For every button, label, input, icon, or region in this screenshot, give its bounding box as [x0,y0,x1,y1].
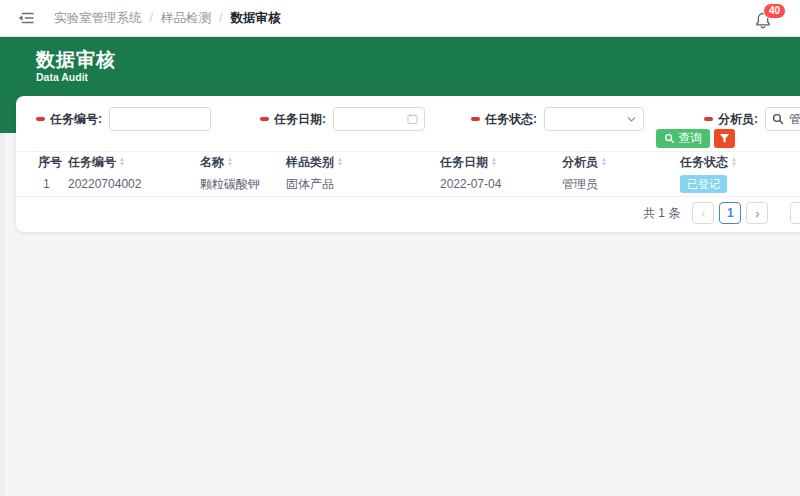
pagination: 共 1 条 ‹ 1 › 10 [643,202,800,224]
cell-index: 1 [43,172,50,196]
breadcrumb-separator: / [219,11,222,25]
col-index: 序号 [38,152,62,173]
task-status-select[interactable] [544,107,644,131]
breadcrumb-system[interactable]: 实验室管理系统 [54,10,142,27]
query-button[interactable]: 查询 [656,129,710,148]
content-card: 任务编号: 任务日期: 任务状态: [16,96,800,232]
filter-label: 任务状态: [485,111,537,128]
task-date-input[interactable] [333,107,425,131]
cell-sample-category: 固体产品 [286,172,334,196]
status-badge: 已登记 [680,175,727,193]
cell-name: 颗粒碳酸钾 [200,172,260,196]
sort-icon[interactable]: ▲▼ [337,157,343,167]
pagination-page-1[interactable]: 1 [719,202,741,224]
filter-task-date: 任务日期: [260,106,425,132]
filter-label: 任务日期: [274,111,326,128]
left-edge-strip [0,133,5,496]
col-task-number[interactable]: 任务编号▲▼ [68,152,125,173]
filter-button[interactable] [714,129,735,148]
breadcrumb-sample-testing[interactable]: 样品检测 [161,10,211,27]
filter-task-number: 任务编号: [36,106,211,132]
col-name[interactable]: 名称▲▼ [200,152,233,173]
cell-task-date: 2022-07-04 [440,172,501,196]
table-header: 序号 任务编号▲▼ 名称▲▼ 样品类别▲▼ 任务日期▲▼ 分析员▲▼ 任务状态▲… [16,151,800,172]
cell-analyst: 管理员 [562,172,598,196]
notification-count-badge: 40 [763,3,786,19]
chevron-down-icon [627,116,636,123]
pagination-total: 共 1 条 [643,205,680,222]
sort-icon[interactable]: ▲▼ [119,157,125,167]
filter-task-status: 任务状态: [471,106,644,132]
menu-fold-icon[interactable] [16,8,36,28]
page-title: 数据审核 [36,47,116,73]
required-marker-icon [260,117,269,121]
search-icon [664,133,675,144]
required-marker-icon [704,117,713,121]
calendar-icon [407,113,418,125]
pagination-next-button[interactable]: › [746,202,768,224]
notification-bell-icon[interactable]: 40 [754,11,772,31]
page-size-select[interactable]: 10 [790,202,800,224]
breadcrumb-data-audit: 数据审核 [230,10,280,27]
col-analyst[interactable]: 分析员▲▼ [562,152,607,173]
col-task-date[interactable]: 任务日期▲▼ [440,152,497,173]
sort-icon[interactable]: ▲▼ [491,157,497,167]
col-task-status[interactable]: 任务状态▲▼ [680,152,737,173]
analyst-search-box [765,107,800,131]
top-bar: 实验室管理系统 / 样品检测 / 数据审核 40 [0,0,800,37]
breadcrumb-separator: / [150,11,153,25]
sort-icon[interactable]: ▲▼ [227,157,233,167]
pagination-prev-button[interactable]: ‹ [692,202,714,224]
row-divider [16,196,800,197]
task-number-input[interactable] [109,107,211,131]
funnel-icon [719,133,730,144]
required-marker-icon [471,117,480,121]
required-marker-icon [36,117,45,121]
app-window: 实验室管理系统 / 样品检测 / 数据审核 40 数据审核 Data Audit… [0,0,800,496]
col-sample-category[interactable]: 样品类别▲▼ [286,152,343,173]
search-icon[interactable] [772,113,784,125]
analyst-input[interactable] [789,112,800,126]
filter-label: 分析员: [718,111,758,128]
cell-task-number: 20220704002 [68,172,141,196]
sort-icon[interactable]: ▲▼ [601,157,607,167]
query-button-label: 查询 [678,130,702,147]
breadcrumb: 实验室管理系统 / 样品检测 / 数据审核 [54,10,280,27]
page-subtitle: Data Audit [36,71,88,83]
action-button-row: 查询 [656,129,735,148]
filter-label: 任务编号: [50,111,102,128]
sort-icon[interactable]: ▲▼ [731,157,737,167]
